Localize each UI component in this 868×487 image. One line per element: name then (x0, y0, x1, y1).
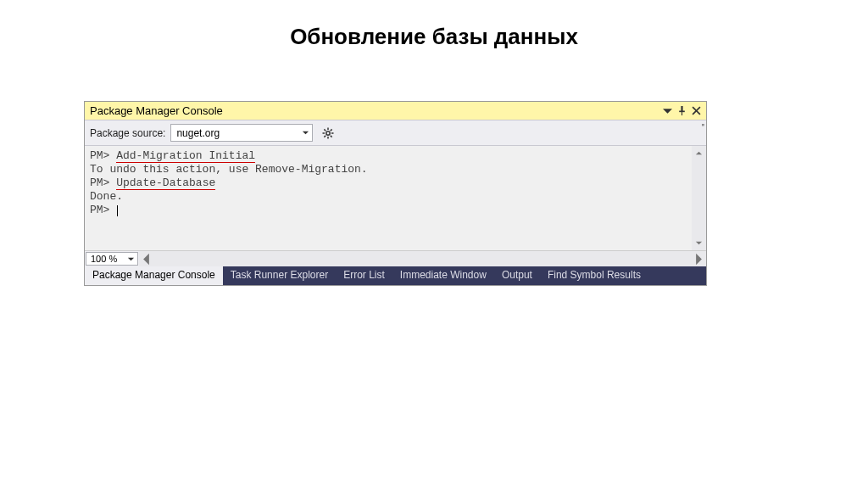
tab-immediate-window[interactable]: Immediate Window (392, 266, 494, 285)
console-text-segment: Add-Migration Initial (116, 149, 255, 163)
tab-package-manager-console[interactable]: Package Manager Console (85, 266, 223, 285)
svg-line-14 (331, 129, 332, 131)
svg-rect-3 (682, 112, 682, 115)
prompt: PM> (90, 176, 116, 189)
console-text-segment: Update-Database (116, 176, 215, 190)
svg-point-7 (326, 131, 330, 134)
package-source-label: Package source: (90, 127, 165, 139)
svg-line-15 (325, 135, 326, 137)
hscroll-track[interactable] (153, 251, 692, 266)
console-output[interactable]: PM> Add-Migration InitialTo undo this ac… (85, 146, 706, 221)
console-line: PM> Update-Database (90, 176, 701, 190)
pin-icon[interactable] (677, 106, 687, 115)
console-body: PM> Add-Migration InitialTo undo this ac… (85, 146, 706, 250)
package-source-dropdown[interactable]: nuget.org (170, 124, 313, 142)
console-text-segment: Done. (90, 190, 123, 203)
svg-marker-0 (663, 109, 672, 114)
dropdown-position-icon[interactable] (663, 106, 672, 115)
panel-toolbar: Package source: nuget.org (85, 120, 706, 146)
zoom-row: 100 % (85, 250, 706, 266)
scroll-left-icon[interactable] (139, 251, 153, 266)
console-line: PM> (90, 204, 701, 217)
text-cursor (117, 205, 118, 216)
chevron-down-icon (127, 255, 135, 263)
chevron-down-icon (302, 129, 309, 137)
console-line: Done. (90, 190, 701, 204)
zoom-dropdown[interactable]: 100 % (86, 252, 138, 266)
console-text-segment: To undo this action, use Remove-Migratio… (90, 163, 368, 176)
svg-marker-6 (303, 132, 309, 135)
panel-title: Package Manager Console (90, 104, 223, 117)
svg-marker-18 (128, 257, 134, 260)
svg-marker-20 (696, 253, 702, 265)
prompt: PM> (90, 149, 116, 162)
console-line: To undo this action, use Remove-Migratio… (90, 163, 701, 176)
svg-marker-19 (143, 253, 149, 265)
svg-line-12 (325, 129, 326, 131)
bottom-tabs: Package Manager ConsoleTask Runner Explo… (85, 266, 706, 285)
prompt: PM> (90, 204, 116, 216)
console-line: PM> Add-Migration Initial (90, 149, 701, 163)
page-heading: Обновление базы данных (0, 0, 868, 101)
titlebar-controls (663, 106, 701, 115)
toolbar-overflow-icon[interactable]: '' (702, 122, 704, 132)
scroll-up-icon[interactable] (692, 146, 706, 160)
tab-output[interactable]: Output (494, 266, 540, 285)
tab-task-runner-explorer[interactable]: Task Runner Explorer (223, 266, 336, 285)
close-icon[interactable] (692, 106, 701, 115)
svg-marker-16 (696, 152, 702, 155)
svg-marker-17 (696, 242, 702, 245)
scroll-right-icon[interactable] (692, 251, 706, 266)
vertical-scrollbar[interactable] (692, 146, 706, 250)
svg-line-13 (331, 135, 332, 137)
zoom-value: 100 % (91, 254, 117, 264)
package-source-value: nuget.org (176, 127, 220, 139)
gear-icon[interactable] (321, 126, 335, 140)
tab-error-list[interactable]: Error List (336, 266, 392, 285)
horizontal-scrollbar[interactable] (139, 251, 706, 266)
panel-titlebar: Package Manager Console (85, 102, 706, 120)
scroll-down-icon[interactable] (692, 236, 706, 250)
package-manager-console-panel: Package Manager Console Package source: … (84, 101, 707, 286)
tab-find-symbol-results[interactable]: Find Symbol Results (540, 266, 648, 285)
